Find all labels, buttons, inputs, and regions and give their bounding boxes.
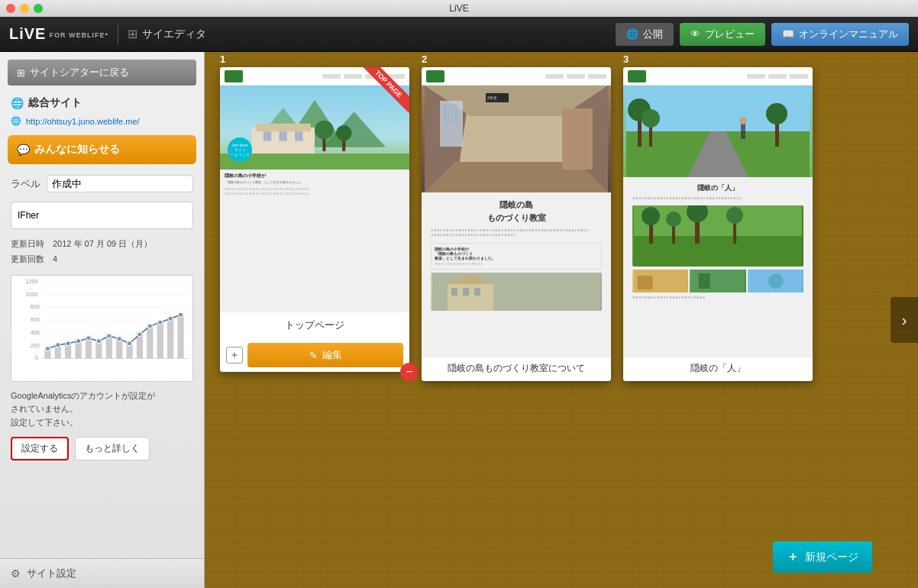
gear-icon: ⚙ — [11, 567, 21, 580]
site-settings-label[interactable]: サイト設定 — [27, 567, 76, 580]
svg-point-32 — [86, 335, 91, 340]
svg-rect-70 — [474, 288, 480, 296]
chart-svg: 1200 1000 800 600 400 200 0 — [11, 276, 192, 381]
sidebar: ⊞ サイトシアターに戻る 🌐 総合サイト 🌐 http://ohtsuy1.ju… — [0, 52, 205, 588]
sidebar-footer: ⚙ サイト設定 — [0, 558, 204, 588]
label-select[interactable]: 作成中 公開中 非公開 — [47, 175, 193, 192]
window-controls[interactable] — [6, 4, 43, 13]
page-card-1: Join Now!サイトへようこそ 隠岐の島の小学校が 「隠岐の島ものづくり教室… — [220, 67, 409, 372]
site-title-row: 🌐 総合サイト — [0, 92, 204, 115]
thumb-nav-3 — [747, 74, 808, 79]
logo-live: LiVE — [9, 25, 46, 43]
thumb-logo-1 — [225, 70, 243, 82]
header-divider — [118, 24, 118, 45]
svg-point-39 — [158, 320, 163, 325]
preview-label: プレビュー — [705, 27, 755, 41]
page-card-3: 隠岐の「人」 テキストテキストテキストテキストテキストテキストテキストテキストテ… — [623, 67, 813, 381]
manual-button[interactable]: 📖 オンラインマニュアル — [771, 23, 909, 46]
label-title: ラベル — [11, 177, 40, 191]
titlebar: LiVE — [0, 0, 918, 17]
manual-label: オンラインマニュアル — [799, 27, 898, 41]
thumb-2-body: テキストテキストテキストテキストテキストテキストテキストテキストテキストテキスト… — [431, 228, 602, 238]
back-to-theater-button[interactable]: ⊞ サイトシアターに戻る — [8, 60, 196, 86]
svg-rect-61 — [444, 105, 450, 124]
page-1-wrapper: 1 — [220, 67, 409, 372]
svg-rect-47 — [256, 124, 311, 131]
site-url[interactable]: http://ohtsuy1.juno.weblife.me/ — [26, 117, 140, 126]
page-2-number: 2 — [422, 53, 427, 65]
svg-text:400: 400 — [31, 330, 40, 335]
thumb-2-title-area: 隠岐の島ものづくり教室 — [431, 199, 602, 224]
sidebar-btn-row: 設定する もっと詳しく — [0, 432, 204, 465]
svg-point-36 — [127, 341, 131, 345]
svg-text:2年生: 2年生 — [487, 95, 497, 100]
svg-text:200: 200 — [31, 342, 40, 347]
top-page-badge — [356, 67, 409, 121]
page-3-number: 3 — [623, 53, 629, 65]
settings-set-button[interactable]: 設定する — [11, 437, 69, 460]
svg-point-52 — [315, 121, 334, 140]
thumb-3-subtitle: 隠岐の「人」 — [632, 183, 803, 193]
app-logo: LiVE FOR WEBLIFE* — [9, 25, 108, 43]
edit-icon: ✎ — [309, 350, 318, 361]
thumb-3-photo-grid — [632, 270, 803, 292]
site-url-row[interactable]: 🌐 http://ohtsuy1.juno.weblife.me/ — [0, 115, 204, 132]
publish-label: 公開 — [643, 27, 663, 41]
svg-rect-81 — [741, 124, 745, 139]
app-title: LiVE — [449, 3, 468, 14]
edit-page-1-button[interactable]: ✎ 編集 — [247, 343, 403, 367]
delete-page-1-button[interactable]: − — [400, 363, 419, 381]
svg-point-92 — [726, 207, 743, 224]
page-card-2: 2年生 隠岐の島ものづくり教室 テキストテキストテキストテキストテキストテキスト… — [422, 67, 611, 381]
thumb-1-body: 隠岐の島の小学校が 「隠岐の島ものづくり教室」として生まれ変わりました。 テキス… — [220, 170, 409, 199]
thumb-logo-2 — [426, 70, 444, 82]
thumb-3-photo — [632, 205, 803, 267]
analytics-text: GoogleAnalyticsのアカウントが設定がされていません。設定して下さい… — [11, 391, 156, 427]
svg-rect-26 — [167, 317, 173, 358]
svg-text:800: 800 — [31, 304, 40, 309]
site-editor-text: サイエディタ — [142, 27, 206, 41]
site-editor-label: ⊞ サイエディタ — [128, 27, 206, 41]
svg-point-29 — [56, 342, 60, 347]
thumb-2-corridor: 2年生 — [422, 86, 611, 192]
page-1-label: トップページ — [220, 312, 409, 338]
globe-small-icon: 🌐 — [11, 116, 21, 126]
next-arrow[interactable]: › — [891, 297, 918, 343]
grid-icon: ⊞ — [17, 67, 25, 79]
svg-rect-84 — [634, 236, 802, 267]
svg-point-40 — [168, 316, 173, 321]
publish-button[interactable]: 🌐 公開 — [616, 23, 674, 46]
svg-point-78 — [642, 109, 660, 128]
page-1-footer: ＋ ✎ 編集 — [220, 338, 409, 372]
ifher-input[interactable] — [11, 202, 193, 229]
thumb-3-content: 隠岐の「人」 テキストテキストテキストテキストテキストテキストテキストテキストテ… — [623, 177, 813, 306]
preview-button[interactable]: 👁 プレビュー — [680, 23, 765, 46]
notify-button[interactable]: 💬 みんなに知らせる — [8, 135, 196, 164]
svg-text:0: 0 — [35, 355, 38, 360]
minimize-button[interactable] — [20, 4, 29, 13]
label-row: ラベル 作成中 公開中 非公開 — [0, 172, 204, 195]
svg-text:1000: 1000 — [26, 291, 38, 296]
add-page-button[interactable]: ＋ — [226, 347, 243, 363]
svg-text:600: 600 — [31, 317, 40, 322]
svg-point-30 — [66, 341, 70, 345]
svg-rect-48 — [263, 131, 271, 141]
page-2-wrapper: 2 — [422, 67, 611, 381]
ifher-section — [0, 195, 204, 232]
content-area: 1 — [205, 52, 918, 588]
svg-rect-25 — [157, 321, 163, 358]
close-button[interactable] — [6, 4, 15, 13]
page-2-subtitle: 隠岐の島ものづくり教室について — [422, 357, 611, 381]
detail-button[interactable]: もっと詳しく — [75, 437, 150, 460]
svg-point-33 — [96, 338, 101, 343]
maximize-button[interactable] — [34, 4, 43, 13]
svg-text:1200: 1200 — [26, 279, 38, 284]
svg-rect-27 — [177, 313, 183, 358]
chevron-right-icon: › — [902, 312, 907, 329]
new-page-button[interactable]: ＋ 新規ページ — [773, 541, 872, 573]
svg-point-98 — [768, 273, 783, 289]
svg-rect-91 — [733, 221, 736, 244]
site-title: 総合サイト — [28, 96, 82, 110]
svg-rect-63 — [562, 108, 593, 170]
thumb-3-nature — [623, 86, 813, 177]
